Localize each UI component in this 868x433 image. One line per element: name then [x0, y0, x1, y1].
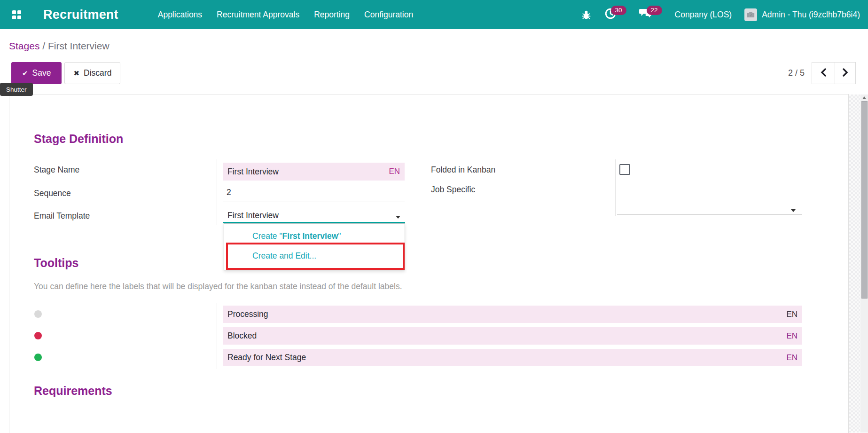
stage-name-label: Stage Name	[34, 165, 79, 175]
section-tooltips: Tooltips	[34, 256, 78, 270]
email-template-field[interactable]: First Interview	[227, 211, 279, 220]
breadcrumb-stages[interactable]: Stages	[9, 40, 39, 51]
job-specific-label: Job Specific	[431, 185, 475, 195]
form-sheet: Stage Definition Stage Name First Interv…	[9, 94, 849, 433]
kanban-state-done-dot[interactable]	[34, 354, 42, 361]
top-navbar: Recruitment Applications Recruitment App…	[0, 0, 868, 29]
section-requirements: Requirements	[34, 384, 112, 398]
translate-badge[interactable]: EN	[786, 331, 798, 341]
job-specific-caret-icon[interactable]	[791, 209, 796, 212]
job-specific-field-underline[interactable]	[617, 214, 802, 215]
email-template-label: Email Template	[34, 211, 90, 221]
kanban-state-normal-field[interactable]: Processing EN	[223, 306, 802, 323]
menu-applications[interactable]: Applications	[158, 10, 202, 20]
tooltips-help-text: You can define here the labels that will…	[34, 282, 402, 291]
sequence-field[interactable]: 2	[227, 188, 231, 197]
pager-count: 2 / 5	[788, 68, 805, 78]
translate-badge[interactable]: EN	[786, 310, 798, 319]
column-separator	[615, 159, 616, 216]
pager-previous-button[interactable]	[812, 62, 835, 84]
discard-button[interactable]: ✖ Discard	[64, 62, 120, 84]
menu-configuration[interactable]: Configuration	[364, 10, 413, 20]
pager: 2 / 5	[788, 62, 856, 84]
folded-in-kanban-checkbox[interactable]	[619, 164, 630, 175]
message-count-badge: 22	[647, 6, 662, 15]
chevron-left-icon	[820, 68, 827, 79]
kanban-state-blocked-field[interactable]: Blocked EN	[223, 327, 802, 345]
messages-tray[interactable]: 22	[639, 8, 662, 21]
scrollbar-thumb[interactable]	[861, 101, 868, 299]
scrollbar-up-icon[interactable]	[862, 96, 866, 99]
menu-reporting[interactable]: Reporting	[314, 10, 350, 20]
email-template-focus-underline	[223, 222, 405, 223]
user-name: Admin - Thu (i9zclhb7b6i4)	[762, 10, 860, 20]
translate-badge[interactable]: EN	[786, 353, 798, 362]
page-edge-hatch	[849, 94, 861, 433]
column-separator	[217, 303, 217, 369]
activities-tray[interactable]: 30	[604, 8, 626, 22]
breadcrumb: Stages / First Interview	[9, 40, 109, 52]
stage-name-translate-badge[interactable]: EN	[389, 167, 400, 176]
app-title[interactable]: Recruitment	[43, 8, 118, 22]
section-stage-definition: Stage Definition	[34, 132, 123, 146]
kanban-state-done-field[interactable]: Ready for Next Stage EN	[223, 349, 802, 366]
kanban-state-blocked-dot[interactable]	[34, 332, 42, 339]
debug-bug-icon[interactable]	[581, 9, 592, 20]
control-panel-buttons: ✔ Save ✖ Discard	[11, 62, 120, 84]
user-menu[interactable]: Admin - Thu (i9zclhb7b6i4)	[744, 8, 860, 21]
apps-menu-icon[interactable]	[12, 10, 21, 19]
avatar	[744, 8, 757, 21]
checkmark-icon: ✔	[22, 69, 28, 78]
company-switcher[interactable]: Conpany (LOS)	[675, 10, 732, 20]
red-highlight-annotation	[226, 243, 405, 270]
pager-next-button[interactable]	[835, 62, 856, 84]
chevron-right-icon	[842, 68, 849, 79]
kanban-state-normal-dot[interactable]	[34, 310, 42, 318]
close-icon: ✖	[73, 69, 79, 78]
email-template-caret-icon[interactable]	[396, 216, 400, 219]
stage-name-field[interactable]: First Interview EN	[223, 163, 405, 181]
activity-count-badge: 30	[611, 6, 626, 15]
dropdown-create-option[interactable]: Create "First Interview"	[252, 231, 341, 241]
shutter-tooltip: Shutter	[0, 83, 33, 96]
sequence-label: Sequence	[34, 189, 71, 198]
save-button[interactable]: ✔ Save	[11, 62, 62, 84]
folded-in-kanban-label: Folded in Kanban	[431, 165, 495, 175]
systray: 30 22 Conpany (LOS)	[581, 8, 860, 22]
menu-recruitment-approvals[interactable]: Recruitment Approvals	[217, 10, 299, 20]
vertical-scrollbar[interactable]	[861, 94, 868, 433]
top-menu: Applications Recruitment Approvals Repor…	[158, 10, 413, 20]
sequence-field-underline	[223, 202, 405, 202]
recruitment-app: Recruitment Applications Recruitment App…	[0, 0, 868, 433]
column-separator	[217, 159, 217, 225]
